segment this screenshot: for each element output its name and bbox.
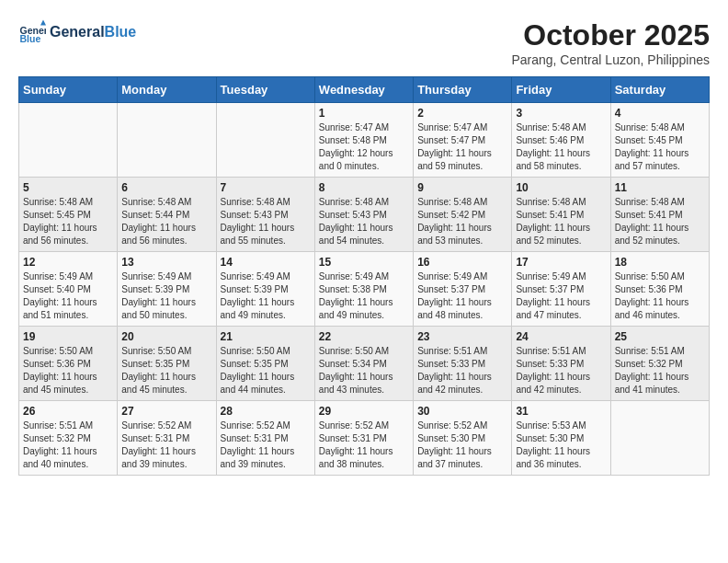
day-number: 28 [221, 405, 311, 418]
day-info: Sunrise: 5:51 AM Sunset: 5:32 PM Dayligh… [23, 419, 113, 471]
calendar-cell: 4Sunrise: 5:48 AM Sunset: 5:45 PM Daylig… [610, 103, 709, 178]
day-info: Sunrise: 5:50 AM Sunset: 5:36 PM Dayligh… [23, 345, 113, 396]
calendar-cell: 21Sunrise: 5:50 AM Sunset: 5:35 PM Dayli… [216, 327, 314, 401]
calendar-cell: 3Sunrise: 5:48 AM Sunset: 5:46 PM Daylig… [512, 103, 610, 178]
weekday-header-thursday: Thursday [414, 77, 512, 103]
day-number: 24 [516, 330, 606, 343]
day-info: Sunrise: 5:48 AM Sunset: 5:42 PM Dayligh… [417, 196, 507, 247]
day-number: 26 [23, 405, 113, 418]
day-info: Sunrise: 5:53 AM Sunset: 5:30 PM Dayligh… [516, 419, 606, 471]
weekday-header-monday: Monday [118, 77, 216, 103]
day-info: Sunrise: 5:48 AM Sunset: 5:41 PM Dayligh… [516, 196, 606, 247]
calendar-cell: 23Sunrise: 5:51 AM Sunset: 5:33 PM Dayli… [414, 327, 512, 401]
day-info: Sunrise: 5:49 AM Sunset: 5:38 PM Dayligh… [319, 270, 409, 322]
day-number: 18 [615, 256, 705, 269]
calendar-cell: 2Sunrise: 5:47 AM Sunset: 5:47 PM Daylig… [414, 103, 512, 178]
day-info: Sunrise: 5:48 AM Sunset: 5:43 PM Dayligh… [221, 196, 311, 247]
weekday-header-row: SundayMondayTuesdayWednesdayThursdayFrid… [19, 77, 710, 103]
day-number: 17 [516, 256, 606, 269]
svg-text:Blue: Blue [20, 33, 41, 44]
calendar-cell: 9Sunrise: 5:48 AM Sunset: 5:42 PM Daylig… [414, 178, 512, 252]
weekday-header-sunday: Sunday [19, 77, 118, 103]
day-info: Sunrise: 5:49 AM Sunset: 5:37 PM Dayligh… [516, 270, 606, 322]
day-number: 1 [319, 107, 409, 120]
calendar-cell: 27Sunrise: 5:52 AM Sunset: 5:31 PM Dayli… [118, 401, 216, 476]
calendar-cell: 8Sunrise: 5:48 AM Sunset: 5:43 PM Daylig… [314, 178, 413, 252]
day-number: 4 [615, 107, 705, 120]
day-info: Sunrise: 5:51 AM Sunset: 5:33 PM Dayligh… [417, 345, 507, 396]
day-number: 22 [319, 330, 409, 343]
day-info: Sunrise: 5:51 AM Sunset: 5:32 PM Dayligh… [615, 345, 705, 396]
day-info: Sunrise: 5:49 AM Sunset: 5:39 PM Dayligh… [121, 270, 211, 322]
calendar-cell: 20Sunrise: 5:50 AM Sunset: 5:35 PM Dayli… [118, 327, 216, 401]
day-info: Sunrise: 5:50 AM Sunset: 5:35 PM Dayligh… [121, 345, 211, 396]
calendar-table: SundayMondayTuesdayWednesdayThursdayFrid… [18, 76, 710, 476]
calendar-cell: 28Sunrise: 5:52 AM Sunset: 5:31 PM Dayli… [216, 401, 314, 476]
week-row-1: 1Sunrise: 5:47 AM Sunset: 5:48 PM Daylig… [19, 103, 710, 178]
calendar-cell: 17Sunrise: 5:49 AM Sunset: 5:37 PM Dayli… [512, 252, 610, 327]
day-number: 16 [417, 256, 507, 269]
day-info: Sunrise: 5:52 AM Sunset: 5:31 PM Dayligh… [121, 419, 211, 471]
day-number: 15 [319, 256, 409, 269]
day-info: Sunrise: 5:52 AM Sunset: 5:30 PM Dayligh… [417, 419, 507, 471]
day-info: Sunrise: 5:50 AM Sunset: 5:35 PM Dayligh… [221, 345, 311, 396]
day-info: Sunrise: 5:49 AM Sunset: 5:40 PM Dayligh… [23, 270, 113, 322]
day-info: Sunrise: 5:48 AM Sunset: 5:45 PM Dayligh… [615, 121, 705, 173]
calendar-cell: 12Sunrise: 5:49 AM Sunset: 5:40 PM Dayli… [19, 252, 118, 327]
logo-text-line1: GeneralBlue [50, 24, 136, 40]
day-info: Sunrise: 5:48 AM Sunset: 5:46 PM Dayligh… [516, 121, 606, 173]
calendar-cell [19, 103, 118, 178]
day-info: Sunrise: 5:48 AM Sunset: 5:44 PM Dayligh… [121, 196, 211, 247]
calendar-cell: 19Sunrise: 5:50 AM Sunset: 5:36 PM Dayli… [19, 327, 118, 401]
svg-marker-2 [40, 20, 46, 26]
calendar-cell: 13Sunrise: 5:49 AM Sunset: 5:39 PM Dayli… [118, 252, 216, 327]
day-number: 14 [221, 256, 311, 269]
logo: General Blue GeneralBlue [18, 18, 136, 46]
calendar-cell: 11Sunrise: 5:48 AM Sunset: 5:41 PM Dayli… [610, 178, 709, 252]
week-row-3: 12Sunrise: 5:49 AM Sunset: 5:40 PM Dayli… [19, 252, 710, 327]
day-number: 12 [23, 256, 113, 269]
day-info: Sunrise: 5:51 AM Sunset: 5:33 PM Dayligh… [516, 345, 606, 396]
day-info: Sunrise: 5:52 AM Sunset: 5:31 PM Dayligh… [221, 419, 311, 471]
calendar-cell: 6Sunrise: 5:48 AM Sunset: 5:44 PM Daylig… [118, 178, 216, 252]
day-number: 20 [121, 330, 211, 343]
weekday-header-tuesday: Tuesday [216, 77, 314, 103]
calendar-cell: 14Sunrise: 5:49 AM Sunset: 5:39 PM Dayli… [216, 252, 314, 327]
day-info: Sunrise: 5:52 AM Sunset: 5:31 PM Dayligh… [319, 419, 409, 471]
day-number: 29 [319, 405, 409, 418]
location: Parang, Central Luzon, Philippines [511, 52, 710, 67]
weekday-header-saturday: Saturday [610, 77, 709, 103]
calendar-cell: 16Sunrise: 5:49 AM Sunset: 5:37 PM Dayli… [414, 252, 512, 327]
day-number: 8 [319, 181, 409, 194]
calendar-cell [610, 401, 709, 476]
day-info: Sunrise: 5:50 AM Sunset: 5:34 PM Dayligh… [319, 345, 409, 396]
week-row-5: 26Sunrise: 5:51 AM Sunset: 5:32 PM Dayli… [19, 401, 710, 476]
calendar-cell: 30Sunrise: 5:52 AM Sunset: 5:30 PM Dayli… [414, 401, 512, 476]
day-info: Sunrise: 5:48 AM Sunset: 5:45 PM Dayligh… [23, 196, 113, 247]
weekday-header-friday: Friday [512, 77, 610, 103]
week-row-4: 19Sunrise: 5:50 AM Sunset: 5:36 PM Dayli… [19, 327, 710, 401]
day-number: 30 [417, 405, 507, 418]
day-info: Sunrise: 5:48 AM Sunset: 5:41 PM Dayligh… [615, 196, 705, 247]
day-number: 10 [516, 181, 606, 194]
calendar-cell: 26Sunrise: 5:51 AM Sunset: 5:32 PM Dayli… [19, 401, 118, 476]
day-number: 31 [516, 405, 606, 418]
day-info: Sunrise: 5:49 AM Sunset: 5:39 PM Dayligh… [221, 270, 311, 322]
calendar-cell: 24Sunrise: 5:51 AM Sunset: 5:33 PM Dayli… [512, 327, 610, 401]
day-number: 7 [221, 181, 311, 194]
day-number: 25 [615, 330, 705, 343]
day-info: Sunrise: 5:48 AM Sunset: 5:43 PM Dayligh… [319, 196, 409, 247]
logo-icon: General Blue [18, 18, 46, 46]
calendar-cell: 7Sunrise: 5:48 AM Sunset: 5:43 PM Daylig… [216, 178, 314, 252]
calendar-cell: 10Sunrise: 5:48 AM Sunset: 5:41 PM Dayli… [512, 178, 610, 252]
day-number: 3 [516, 107, 606, 120]
calendar-cell: 22Sunrise: 5:50 AM Sunset: 5:34 PM Dayli… [314, 327, 413, 401]
day-info: Sunrise: 5:49 AM Sunset: 5:37 PM Dayligh… [417, 270, 507, 322]
day-info: Sunrise: 5:50 AM Sunset: 5:36 PM Dayligh… [615, 270, 705, 322]
weekday-header-wednesday: Wednesday [314, 77, 413, 103]
title-block: October 2025 Parang, Central Luzon, Phil… [511, 18, 710, 67]
day-number: 19 [23, 330, 113, 343]
calendar-cell: 31Sunrise: 5:53 AM Sunset: 5:30 PM Dayli… [512, 401, 610, 476]
calendar-cell: 29Sunrise: 5:52 AM Sunset: 5:31 PM Dayli… [314, 401, 413, 476]
day-number: 13 [121, 256, 211, 269]
